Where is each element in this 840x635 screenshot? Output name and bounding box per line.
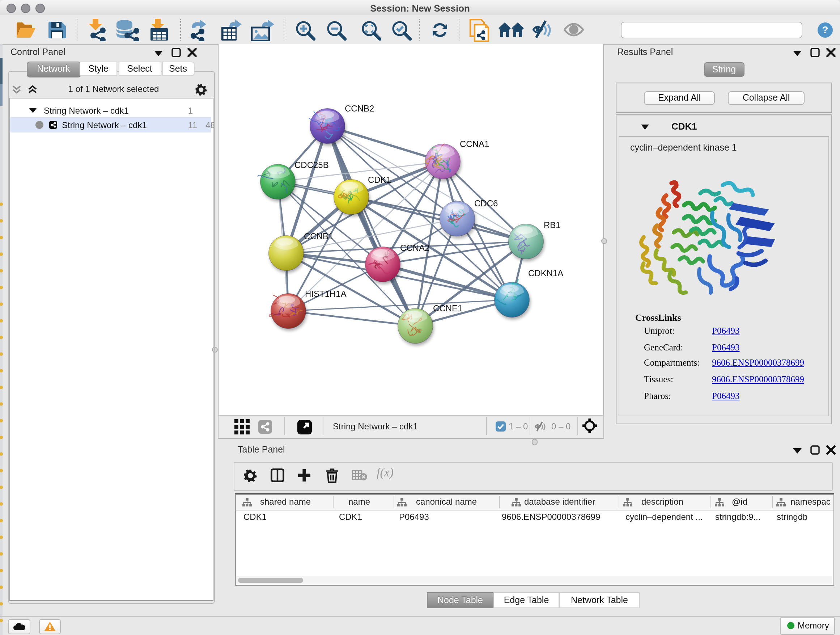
svg-text:RB1: RB1: [543, 220, 561, 230]
svg-text:CDC6: CDC6: [474, 198, 497, 208]
svg-text:CDK1: CDK1: [368, 175, 391, 185]
svg-text:CDKN1A: CDKN1A: [528, 268, 563, 278]
svg-text:CCNB1: CCNB1: [303, 231, 333, 241]
svg-text:CDC25B: CDC25B: [294, 160, 328, 170]
svg-text:CCNB2: CCNB2: [344, 103, 374, 113]
svg-text:CCNE1: CCNE1: [433, 303, 462, 313]
svg-text:CCNA2: CCNA2: [400, 243, 429, 253]
svg-text:CCNA1: CCNA1: [459, 139, 489, 149]
svg-text:HIST1H1A: HIST1H1A: [305, 289, 346, 299]
